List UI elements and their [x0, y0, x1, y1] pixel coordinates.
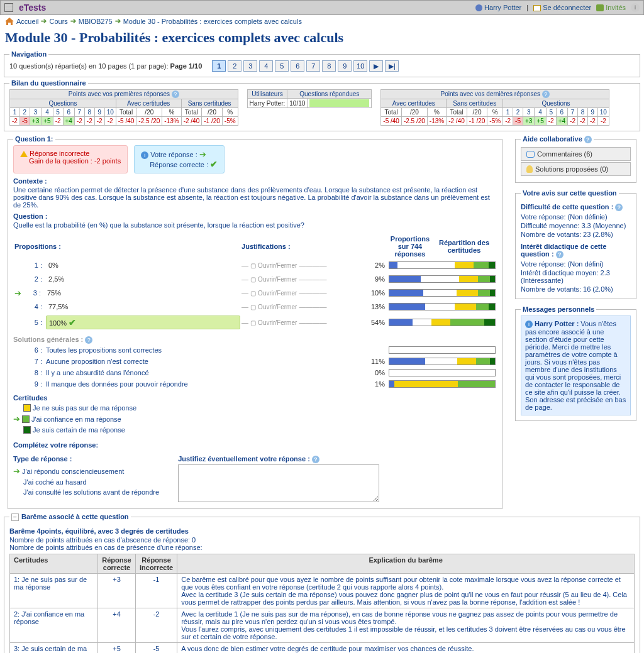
bareme-title: Barême 4points, équilibré, avec 3 degrés… [9, 527, 635, 535]
type-title: Type de réponse : [13, 455, 159, 463]
breadcrumb: Accueil ➔ Cours ➔ MBIOB275 ➔ Module 30 -… [0, 15, 644, 27]
toggle-justification[interactable]: Ouvrir/Fermer [258, 262, 297, 269]
stack-bar [389, 275, 496, 283]
help-icon[interactable]: ? [556, 251, 564, 258]
bulb-icon [526, 165, 533, 173]
pager-page-4[interactable]: 4 [259, 60, 273, 72]
pager-page-3[interactable]: 3 [243, 60, 257, 72]
stack-bar [389, 346, 496, 354]
bc-home[interactable]: Accueil [16, 18, 38, 25]
pager-page-10[interactable]: 10 [353, 60, 367, 72]
logout-link[interactable]: Se déconnecter [543, 4, 591, 11]
help-icon[interactable]: ? [542, 91, 550, 98]
pager-page-6[interactable]: 6 [291, 60, 304, 72]
help-icon[interactable]: ? [584, 136, 592, 143]
logout-icon [533, 5, 541, 11]
bc-code[interactable]: MBIOB275 [79, 18, 113, 25]
question-legend: Question 1: [13, 135, 55, 143]
pager-last[interactable]: ▶| [385, 60, 399, 72]
pager: 12345678910 ▶ ▶| [212, 60, 399, 72]
nav-legend: Navigation [9, 50, 48, 58]
arrow-green-icon: ➔ [199, 150, 206, 159]
selected-arrow-icon: ➔ [13, 466, 20, 476]
proposition-2[interactable]: 2 :2,5% [14, 273, 240, 285]
nav-page: Page 1/10 [170, 62, 203, 70]
user-link[interactable]: Harry Potter [484, 4, 521, 11]
proposition-3[interactable]: ➔3 :75% [14, 287, 240, 299]
stack-bar [389, 369, 496, 376]
toggle-justification[interactable]: Ouvrir/Fermer [258, 319, 297, 326]
type-0[interactable]: ➔J'ai répondu consciencieusement [13, 465, 159, 477]
context-title: Contexte : [13, 177, 497, 185]
menu-icon[interactable] [4, 3, 13, 12]
help-icon[interactable]: ? [172, 91, 179, 98]
stack-bar [389, 261, 496, 269]
response-badge: iVotre réponse : ➔ Réponse correcte : ✔ [134, 145, 225, 173]
general-6[interactable]: 6 :Toutes les propositions sont correcte… [14, 345, 358, 355]
page-title: Module 30 - Probabilités : exercices com… [0, 27, 644, 48]
general-9[interactable]: 9 :Il manque des données pour pouvoir ré… [14, 379, 358, 389]
toggle-justification[interactable]: Ouvrir/Fermer [258, 290, 297, 297]
tick-icon: ✔ [69, 317, 76, 327]
app-title: eTests [19, 3, 46, 13]
toggle-justification[interactable]: Ouvrir/Fermer [258, 276, 297, 283]
help-icon[interactable]: ? [615, 204, 623, 211]
help-icon[interactable]: ? [85, 336, 92, 344]
bilan-legend: Bilan du questionnaire [9, 79, 88, 87]
pager-page-9[interactable]: 9 [338, 60, 352, 72]
selected-arrow-icon: ➔ [13, 414, 20, 424]
bc-cours[interactable]: Cours [49, 18, 67, 25]
bubble-icon [526, 151, 535, 158]
toggle-justification[interactable]: Ouvrir/Fermer [258, 304, 297, 310]
info-icon[interactable]: i [631, 3, 640, 12]
info-icon: i [525, 321, 533, 328]
certitude-3[interactable]: Je suis certain de ma réponse [13, 425, 497, 435]
pager-page-8[interactable]: 8 [322, 60, 336, 72]
guests-icon [596, 4, 604, 11]
pager-page-1[interactable]: 1 [212, 60, 226, 72]
bareme-table: Certitudes Réponse correcte Réponse inco… [9, 554, 635, 653]
comments-button[interactable]: Commentaires (6) [521, 147, 631, 161]
type-2[interactable]: J'ai consulté les solutions avant de rép… [13, 487, 159, 497]
bilan-right-grid: Points avec vos dernières réponses ? Ave… [380, 89, 609, 126]
stack-bar [389, 358, 496, 365]
general-7[interactable]: 7 :Aucune proposition n'est correcte [14, 356, 358, 366]
bilan-left-grid: Points avec vos premières réponses ? Que… [9, 89, 238, 126]
solutions-button[interactable]: Solutions proposées (0) [521, 162, 631, 176]
certitude-1[interactable]: Je ne suis pas sur de ma réponse [13, 403, 497, 413]
navigation-panel: Navigation 10 question(s) répartie(s) en… [4, 50, 640, 77]
context-body: Une certaine réaction permet de détecter… [13, 186, 497, 209]
cert-color-icon [23, 426, 31, 434]
proposition-1[interactable]: 1 :0% [14, 259, 240, 272]
q-title: Question : [13, 212, 497, 220]
top-bar: eTests Harry Potter | Se déconnecter Inv… [0, 0, 644, 15]
bc-module[interactable]: Module 30 - Probabilités : exercices com… [123, 18, 302, 25]
tick-icon: ✔ [210, 159, 218, 169]
general-table: 6 :Toutes les propositions sont correcte… [13, 344, 497, 390]
arrow-icon: ➔ [115, 17, 121, 25]
cert-color-icon [22, 415, 30, 423]
pager-next[interactable]: ▶ [369, 60, 383, 72]
help-icon[interactable]: ? [312, 456, 319, 463]
type-1[interactable]: J'ai coché au hasard [13, 477, 159, 487]
bilan-users-grid: UtilisateursQuestions répondues Harry Po… [247, 89, 372, 108]
pager-page-7[interactable]: 7 [306, 60, 320, 72]
complete-title: Complétez votre réponse: [13, 441, 497, 449]
q-body: Quelle est la probabilité (en %) que la … [13, 221, 497, 229]
proposition-4[interactable]: 4 :77,5% [14, 300, 240, 313]
wrong-badge: Réponse incorrecte Gain de la question :… [13, 145, 128, 173]
pager-page-2[interactable]: 2 [228, 60, 242, 72]
guests-link[interactable]: Invités [606, 4, 626, 11]
cert-title: Certitudes [13, 394, 497, 402]
certitude-2[interactable]: ➔J'ai confiance en ma réponse [13, 413, 497, 425]
general-8[interactable]: 8 :Il y a une absurdité dans l'énoncé [14, 368, 358, 378]
correct-arrow-icon: ➔ [14, 288, 21, 298]
home-icon [5, 18, 14, 25]
justify-textarea[interactable] [178, 464, 379, 502]
proposition-5[interactable]: 5 :100% ✔ [14, 314, 240, 331]
stack-bar [389, 319, 496, 326]
progress-bar [309, 99, 369, 107]
collapse-icon[interactable]: − [11, 513, 19, 521]
pager-page-5[interactable]: 5 [275, 60, 289, 72]
arrow-icon: ➔ [41, 17, 47, 25]
